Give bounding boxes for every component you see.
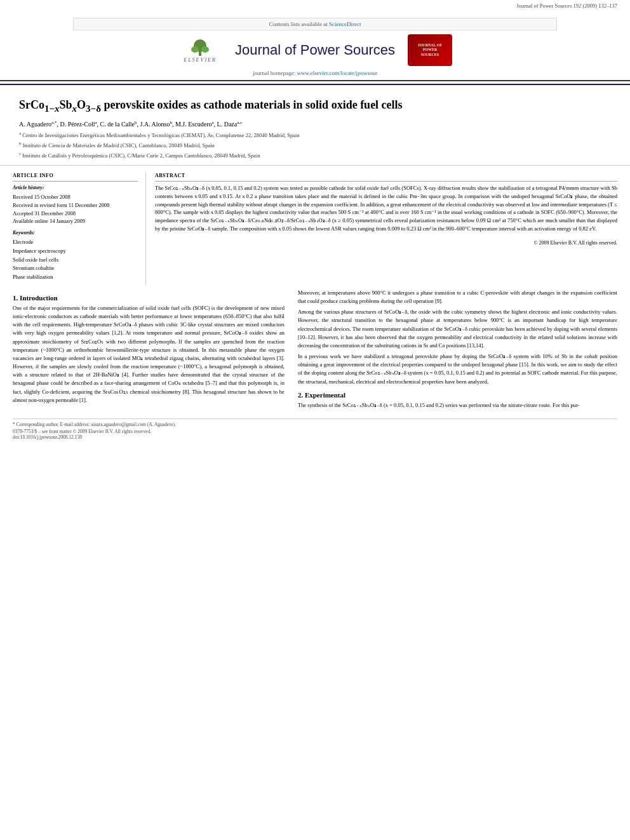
abstract-col: Abstract The SrCo₁₋ₓSbₓO₃₋δ (x 0.05, 0.1…: [146, 172, 617, 285]
journal-header: Contents lists available at ScienceDirec…: [0, 10, 630, 81]
page-footer: * Corresponding author. E-mail address: …: [13, 418, 617, 443]
article-info: Article Info Article history: Received 1…: [13, 172, 138, 281]
elsevier-logo: ELSEVIER: [178, 34, 222, 66]
section1-left-text: One of the major requirements for the co…: [13, 304, 285, 404]
abstract-section: Abstract The SrCo₁₋ₓSbₓO₃₋δ (x 0.05, 0.1…: [155, 172, 617, 247]
header-divider: [0, 84, 630, 85]
footer-dois: 0378-7753/$ – see front matter © 2009 El…: [13, 429, 617, 440]
body-two-col: 1. Introduction One of the major require…: [13, 289, 617, 412]
body-content: 1. Introduction One of the major require…: [0, 285, 630, 418]
info-abstract-section: Article Info Article history: Received 1…: [0, 166, 630, 285]
power-sources-logo: JOURNAL OFPOWERSOURCES: [408, 34, 452, 66]
footnote: * Corresponding author. E-mail address: …: [13, 422, 617, 427]
article-header: SrCo1−xSbxO3−δ perovskite oxides as cath…: [0, 88, 630, 166]
homepage-url[interactable]: www.elsevier.com/locate/jpowsour: [297, 70, 377, 76]
journal-name-block: ELSEVIER Journal of Power Sources JOURNA…: [13, 34, 617, 66]
history-group: Article history: Received 15 October 200…: [13, 184, 138, 225]
homepage-line: journal homepage: www.elsevier.com/locat…: [13, 70, 617, 76]
keywords-group: Keywords: Electrode Impedance spectrosco…: [13, 229, 138, 281]
authors: A. Aguaderoa,*, D. Pérez-Colla, C. de la…: [19, 120, 611, 128]
affiliations: a Centro de Investigaciones Energéticas …: [19, 130, 611, 159]
keywords-list: Electrode Impedance spectroscopy Solid o…: [13, 238, 138, 281]
elsevier-tree-icon: [187, 38, 213, 57]
section2-text: The synthesis of the SrCo₁₋ₓSbₓO₃₋δ (x =…: [298, 401, 617, 410]
journal-title: Journal of Power Sources: [235, 42, 395, 58]
svg-point-2: [191, 46, 199, 53]
page: Journal of Power Sources 192 (2009) 132–…: [0, 0, 630, 840]
article-title: SrCo1−xSbxO3−δ perovskite oxides as cath…: [19, 98, 611, 115]
sciencedirect-link[interactable]: ScienceDirect: [329, 21, 361, 27]
body-right-col: Moreover, at temperatures above 900°C it…: [291, 289, 617, 412]
article-info-col: Article Info Article history: Received 1…: [13, 172, 146, 285]
journal-ref: Journal of Power Sources 192 (2009) 132–…: [0, 0, 630, 10]
svg-point-3: [201, 46, 209, 53]
sciencedirect-bar: Contents lists available at ScienceDirec…: [73, 18, 557, 30]
section1-right-text: Moreover, at temperatures above 900°C it…: [298, 289, 617, 386]
body-left-col: 1. Introduction One of the major require…: [13, 289, 291, 412]
author-email[interactable]: ainara.aguadero@gmail.com: [91, 422, 145, 427]
